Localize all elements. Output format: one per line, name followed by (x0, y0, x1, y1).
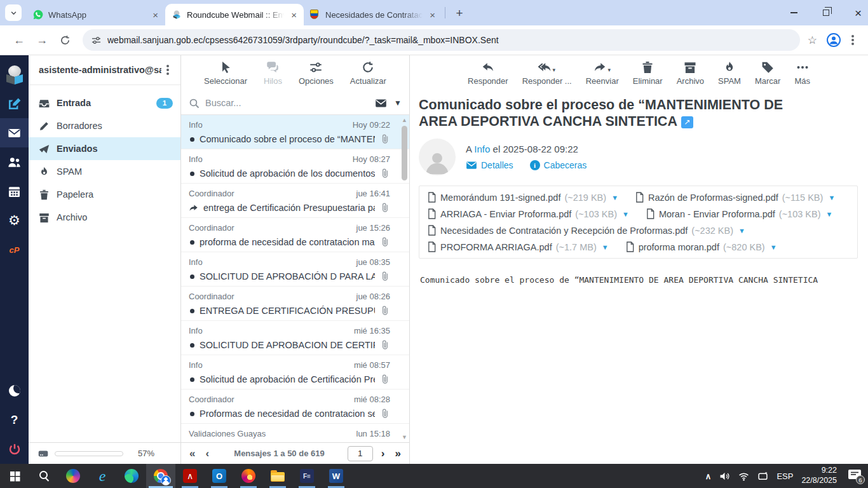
tab-close-icon[interactable]: × (289, 10, 299, 20)
scroll-down-icon[interactable]: ▼ (402, 433, 407, 441)
message-toolbar-button[interactable]: Eliminar (633, 61, 663, 86)
search-options-chevron-icon[interactable]: ▼ (394, 98, 402, 107)
details-link[interactable]: Detalles (466, 159, 513, 171)
account-menu-icon[interactable] (166, 69, 169, 71)
attachment-name[interactable]: Moran - Enviar Proforma.pdf (659, 209, 775, 219)
folder-item[interactable]: Papelera (29, 183, 180, 206)
attachment-name[interactable]: proforma moran.pdf (639, 242, 719, 252)
message-toolbar-button[interactable]: Archivo (677, 61, 704, 86)
attachment-menu-caret-icon[interactable]: ▼ (826, 210, 833, 218)
last-page-button[interactable]: » (393, 447, 403, 460)
message-toolbar-button[interactable]: Más (794, 61, 810, 86)
calendar-nav-button[interactable] (0, 177, 29, 206)
taskbar-app[interactable] (0, 464, 29, 488)
message-row[interactable]: Coordinador jue 15:26 proforma de necesi… (181, 218, 409, 252)
list-toolbar-button[interactable]: Opciones (299, 61, 334, 86)
bookmark-star-icon[interactable]: ☆ (808, 34, 817, 47)
attachment-name[interactable]: Necesidades de Contratación y Recepción … (440, 226, 688, 236)
browser-tab[interactable]: Roundcube Webmail :: Enviados × (165, 4, 304, 25)
mail-nav-button[interactable] (0, 118, 29, 147)
new-tab-button[interactable]: + (451, 4, 468, 22)
taskbar-app[interactable] (29, 464, 58, 488)
clock[interactable]: 9:22 22/8/2025 (801, 466, 837, 485)
folder-item[interactable]: SPAM (29, 160, 180, 183)
tab-close-icon[interactable]: × (428, 10, 437, 20)
attachment-item[interactable]: proforma moran.pdf (~820 KB) ▼ (625, 241, 777, 252)
folder-item[interactable]: Entrada 1 (29, 92, 180, 114)
browser-tab[interactable]: WhatsApp × (27, 4, 165, 25)
list-toolbar-button[interactable]: Hilos (264, 61, 282, 86)
profile-avatar-icon[interactable] (826, 32, 841, 48)
attachment-item[interactable]: Moran - Enviar Proforma.pdf (~103 KB) ▼ (646, 208, 833, 219)
taskbar-app[interactable] (263, 464, 292, 488)
message-row[interactable]: Info mié 16:35 SOLICITUD DE APROBACION D… (181, 321, 409, 355)
settings-nav-button[interactable]: ⚙ (0, 206, 29, 235)
taskbar-app[interactable] (205, 464, 234, 488)
attachment-menu-caret-icon[interactable]: ▼ (738, 227, 745, 234)
taskbar-app[interactable] (117, 464, 146, 488)
message-toolbar-button[interactable]: ▾ Responder ... (522, 61, 572, 86)
open-in-new-window-icon[interactable]: ↗ (681, 116, 693, 128)
attachment-name[interactable]: Memorándum 191-signed.pdf (440, 193, 560, 203)
list-scrollbar[interactable]: ▲ ▼ (400, 116, 409, 441)
taskbar-app[interactable] (234, 464, 263, 488)
message-toolbar-button[interactable]: Responder (468, 61, 508, 86)
compose-button[interactable] (0, 89, 29, 118)
attachment-menu-caret-icon[interactable]: ▼ (622, 210, 629, 218)
next-page-button[interactable]: › (379, 447, 387, 460)
list-toolbar-button[interactable]: Actualizar (350, 61, 386, 86)
reload-button[interactable] (55, 30, 75, 50)
page-number-input[interactable] (348, 446, 373, 461)
dark-mode-button[interactable] (0, 376, 29, 405)
language-indicator[interactable]: ESP (776, 471, 793, 481)
taskbar-app[interactable] (322, 464, 351, 488)
help-button[interactable]: ? (0, 405, 29, 435)
taskbar-app[interactable] (292, 464, 322, 488)
window-close-icon[interactable]: × (855, 7, 862, 19)
attachment-menu-caret-icon[interactable]: ▼ (611, 194, 618, 201)
list-toolbar-button[interactable]: Seleccionar (204, 61, 247, 86)
back-button[interactable]: ← (9, 30, 29, 50)
message-toolbar-button[interactable]: ▾ Reenviar (586, 61, 619, 86)
first-page-button[interactable]: « (187, 447, 197, 460)
taskbar-app[interactable] (88, 464, 117, 488)
message-toolbar-button[interactable]: SPAM (718, 61, 741, 86)
attachment-name[interactable]: PROFORMA ARRIAGA.pdf (440, 242, 552, 252)
message-row[interactable]: Coordinador jue 16:41 entrega de Certifi… (181, 184, 409, 218)
dropdown-caret-icon[interactable]: ▾ (552, 67, 555, 73)
volume-icon[interactable] (719, 471, 730, 482)
notification-center-icon[interactable]: 6 (848, 469, 863, 483)
search-scope-mail-icon[interactable] (375, 97, 387, 109)
message-row[interactable]: Coordinador mié 08:28 Proformas de neces… (181, 390, 409, 424)
message-row[interactable]: Info Hoy 08:27 Solicitud de aprobación d… (181, 149, 409, 184)
window-minimize-icon[interactable] (790, 12, 797, 13)
window-restore-icon[interactable] (823, 10, 829, 16)
tab-search-button[interactable] (5, 4, 22, 21)
message-row[interactable]: Validaciones Guayas lun 15:18 (181, 424, 409, 442)
attachment-name[interactable]: Razón de Proformas-signed.pdf (648, 193, 778, 203)
attachment-item[interactable]: Memorándum 191-signed.pdf (~219 KB) ▼ (427, 192, 618, 203)
message-toolbar-button[interactable]: Marcar (755, 61, 780, 86)
meet-now-icon[interactable] (757, 471, 768, 482)
address-bar[interactable]: webmail.sanjuan.gob.ec/cpsess6426731059/… (83, 29, 800, 51)
scroll-up-icon[interactable]: ▲ (402, 116, 407, 124)
message-row[interactable]: Info Hoy 09:22 Comunicado sobre el proce… (181, 115, 409, 149)
logout-button[interactable] (0, 435, 29, 464)
attachment-menu-caret-icon[interactable]: ▼ (828, 194, 835, 201)
taskbar-app[interactable] (146, 464, 175, 488)
attachment-name[interactable]: ARRIAGA - Enviar Proforma.pdf (440, 209, 571, 219)
attachment-item[interactable]: PROFORMA ARRIAGA.pdf (~1.7 MB) ▼ (427, 241, 609, 252)
folder-item[interactable]: Borradores (29, 114, 180, 137)
cpanel-button[interactable]: cP (0, 235, 29, 264)
browser-tab[interactable]: Necesidades de Contratación y × (304, 4, 442, 25)
search-input[interactable] (205, 98, 369, 108)
forward-button[interactable]: → (32, 30, 52, 50)
scrollbar-thumb[interactable] (402, 126, 407, 180)
attachment-item[interactable]: Razón de Proformas-signed.pdf (~115 KB) … (635, 192, 835, 203)
attachment-item[interactable]: Necesidades de Contratación y Recepción … (427, 225, 745, 236)
folder-item[interactable]: Archivo (29, 206, 180, 229)
contacts-nav-button[interactable] (0, 147, 29, 177)
tab-close-icon[interactable]: × (151, 10, 160, 20)
message-row[interactable]: Coordinador jue 08:26 ENTREGA DE CERTIFI… (181, 287, 409, 321)
wifi-icon[interactable] (738, 471, 749, 482)
